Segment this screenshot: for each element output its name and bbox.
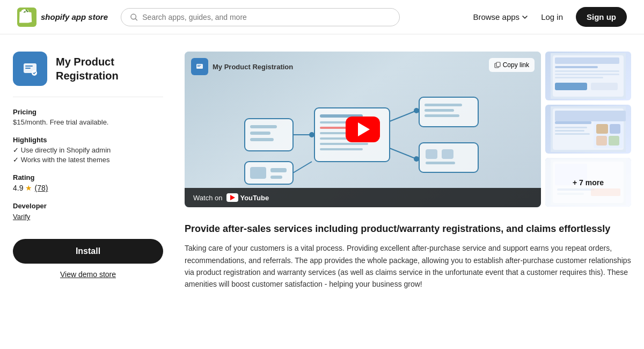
svg-line-27 (390, 111, 416, 121)
svg-rect-62 (555, 127, 587, 128)
svg-rect-26 (320, 148, 363, 150)
highlights-label: Highlights (13, 136, 163, 144)
search-bar[interactable] (121, 8, 400, 26)
install-button[interactable]: Install (13, 239, 163, 264)
watch-on-label: Watch on (193, 194, 222, 202)
screenshot-1[interactable] (545, 52, 631, 100)
shopify-logo-icon (17, 8, 36, 27)
svg-rect-25 (320, 143, 368, 145)
main-container: My Product Registration Pricing $15/mont… (0, 34, 644, 308)
screenshot-1-content (545, 52, 631, 100)
rating-label: Rating (13, 173, 163, 181)
svg-rect-5 (25, 68, 31, 69)
copy-icon (494, 62, 501, 68)
developer-section: Developer Varify (13, 202, 163, 221)
svg-rect-61 (555, 121, 591, 124)
svg-rect-55 (555, 111, 626, 121)
sidebar: My Product Registration Pricing $15/mont… (13, 52, 163, 290)
highlights-list: Use directly in Shopify admin Works with… (13, 146, 163, 164)
description-heading: Provide after-sales services including p… (185, 222, 631, 236)
watch-on-youtube-bar: Watch on YouTube (185, 188, 541, 207)
video-app-icon (191, 58, 208, 75)
svg-rect-63 (555, 130, 584, 132)
signup-button[interactable]: Sign up (576, 7, 627, 27)
svg-rect-36 (426, 149, 437, 159)
svg-rect-14 (250, 125, 277, 128)
youtube-label: YouTube (240, 194, 269, 202)
rating-value: 4.9 (13, 184, 23, 192)
svg-rect-4 (25, 66, 33, 67)
highlight-item-2: Works with the latest themes (13, 156, 163, 164)
pricing-label: Pricing (13, 108, 163, 116)
description-text: Taking care of your customers is a vital… (185, 242, 631, 290)
chevron-down-icon (522, 14, 528, 20)
app-title: My Product Registration (56, 55, 163, 83)
rating-row: 4.9 ★ (78) (13, 184, 163, 192)
highlight-item-1: Use directly in Shopify admin (13, 146, 163, 154)
svg-rect-40 (250, 167, 266, 179)
svg-rect-47 (555, 66, 598, 68)
svg-rect-59 (596, 136, 607, 146)
screenshot-3[interactable]: + 7 more (545, 158, 631, 207)
svg-rect-46 (555, 57, 619, 64)
svg-rect-51 (555, 83, 587, 90)
video-thumbnail[interactable]: My Product Registration Copy link (185, 52, 541, 207)
svg-rect-41 (270, 168, 287, 172)
developer-link[interactable]: Varify (13, 213, 30, 221)
svg-rect-42 (270, 176, 282, 179)
copy-link-button[interactable]: Copy link (489, 58, 535, 72)
svg-rect-50 (555, 77, 603, 78)
video-title-bar: My Product Registration (191, 58, 293, 75)
svg-rect-49 (555, 74, 619, 75)
youtube-play-icon (230, 195, 235, 200)
svg-rect-10 (197, 66, 200, 67)
svg-rect-38 (426, 162, 455, 164)
svg-rect-52 (591, 83, 618, 90)
content-area: My Product Registration Copy link (185, 52, 631, 290)
search-input[interactable] (142, 13, 391, 21)
svg-rect-12 (496, 62, 500, 67)
youtube-logo: YouTube (226, 193, 269, 202)
developer-label: Developer (13, 202, 163, 210)
more-overlay[interactable]: + 7 more (545, 158, 631, 207)
play-button[interactable] (346, 117, 380, 142)
svg-point-28 (414, 108, 419, 113)
svg-rect-33 (425, 109, 454, 112)
pricing-value: $15/month. Free trial available. (13, 118, 163, 126)
svg-rect-60 (609, 136, 619, 146)
rating-link[interactable]: (78) (34, 184, 48, 192)
svg-rect-31 (419, 97, 478, 127)
highlights-section: Highlights Use directly in Shopify admin… (13, 136, 163, 164)
svg-rect-48 (555, 70, 619, 72)
site-header: shopify app store Browse apps Log in Sig… (0, 0, 644, 34)
logo-link[interactable]: shopify app store (17, 8, 108, 27)
svg-rect-32 (425, 104, 462, 106)
app-icon (13, 52, 47, 86)
search-icon (130, 13, 138, 21)
logo-text: shopify app store (41, 12, 108, 21)
svg-line-29 (390, 148, 416, 159)
demo-store-link[interactable]: View demo store (13, 270, 163, 279)
screenshot-2[interactable] (545, 105, 631, 154)
header-nav: Browse apps Log in Sign up (473, 7, 627, 27)
svg-rect-58 (610, 124, 620, 134)
svg-rect-57 (596, 124, 608, 134)
svg-rect-34 (425, 114, 459, 117)
svg-line-43 (293, 162, 312, 173)
video-inner: My Product Registration Copy link (185, 52, 541, 207)
svg-rect-16 (250, 138, 274, 141)
play-triangle (358, 122, 370, 136)
svg-rect-37 (442, 149, 453, 159)
browse-apps-button[interactable]: Browse apps (473, 12, 528, 21)
app-header-card: My Product Registration (13, 52, 163, 97)
youtube-icon (226, 193, 238, 202)
pricing-section: Pricing $15/month. Free trial available. (13, 108, 163, 126)
svg-rect-15 (250, 132, 270, 135)
svg-point-18 (309, 132, 314, 137)
svg-rect-9 (197, 65, 201, 66)
screenshots-sidebar: + 7 more (545, 52, 631, 207)
screenshot-2-content (545, 105, 631, 154)
star-icon: ★ (25, 184, 32, 192)
login-button[interactable]: Log in (541, 12, 563, 21)
svg-rect-64 (555, 133, 590, 135)
